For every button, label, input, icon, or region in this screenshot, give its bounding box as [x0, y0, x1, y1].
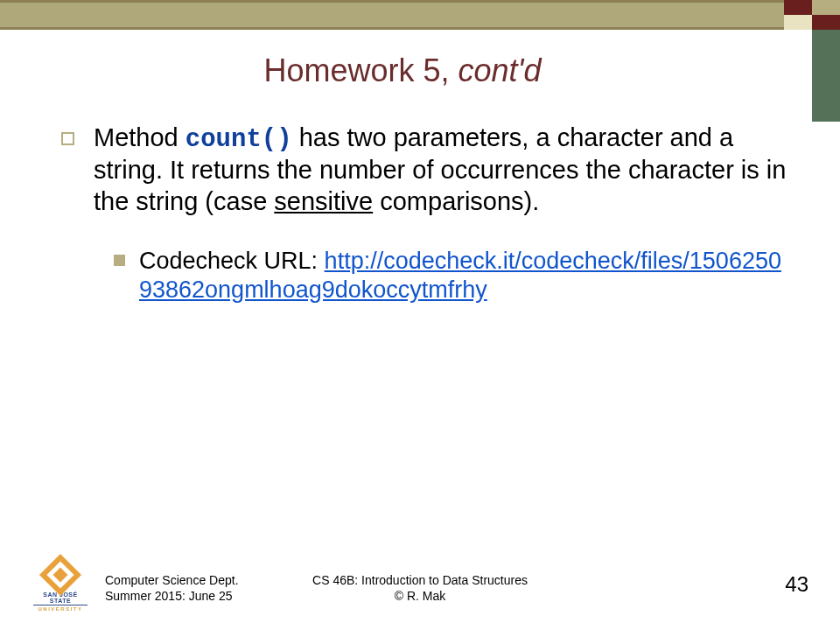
bullet2-label: Codecheck URL:: [139, 248, 325, 274]
title-main: Homework 5: [263, 52, 440, 88]
title-contd: cont'd: [458, 52, 542, 88]
bullet1-post: comparisons).: [373, 187, 539, 215]
sjsu-logo-line2: UNIVERSITY: [33, 605, 88, 612]
page-number: 43: [785, 572, 808, 597]
slide: Homework 5, cont'd Method count() has tw…: [0, 0, 840, 630]
slide-footer: SAN JOSÉ STATE UNIVERSITY Computer Scien…: [0, 565, 840, 616]
bullet-level1: Method count() has two parameters, a cha…: [61, 122, 788, 217]
bullet1-text: Method count() has two parameters, a cha…: [94, 122, 788, 217]
bullet-open-square-icon: [61, 132, 74, 145]
footer-center-line1: CS 46B: Introduction to Data Structures: [0, 573, 840, 589]
corner-decor-grid: [784, 0, 840, 30]
bullet1-underlined: sensitive: [274, 187, 373, 215]
title-sep: ,: [441, 52, 458, 88]
top-decor-bars: [0, 0, 840, 30]
footer-center-line2: © R. Mak: [0, 589, 840, 605]
bullet2-text: Codecheck URL: http://codecheck.it/codec…: [139, 247, 788, 304]
bullet-filled-square-icon: [114, 255, 125, 266]
slide-title: Homework 5, cont'd: [0, 52, 805, 89]
bullet1-pre: Method: [94, 123, 186, 151]
bullet-level2: Codecheck URL: http://codecheck.it/codec…: [114, 247, 788, 304]
side-decor-bar: [812, 30, 840, 122]
footer-center: CS 46B: Introduction to Data Structures …: [0, 573, 840, 604]
slide-content: Method count() has two parameters, a cha…: [61, 122, 788, 304]
bullet1-code: count(): [186, 125, 292, 154]
